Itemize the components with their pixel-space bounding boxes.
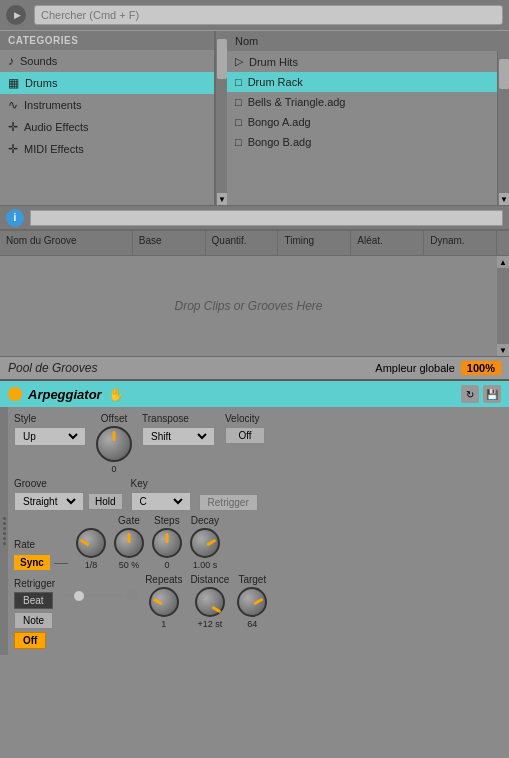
drag-dot <box>3 527 6 530</box>
gate-knob[interactable] <box>114 528 144 558</box>
sidebar-item-label: Audio Effects <box>24 121 89 133</box>
sidebar-item-instruments[interactable]: ∿ Instruments <box>0 94 214 116</box>
key-dropdown[interactable]: CDE <box>136 495 186 508</box>
drum-hits-icon: ▷ <box>235 55 243 68</box>
style-section: Style UpDownUp/Down <box>14 413 86 446</box>
groove-drop-area[interactable]: Drop Clips or Grooves Here <box>0 256 497 356</box>
search-input[interactable] <box>34 5 503 25</box>
velocity-value[interactable]: Off <box>225 427 265 444</box>
drums-icon: ▦ <box>8 76 19 90</box>
status-bar: i <box>0 205 509 229</box>
transpose-select[interactable]: ShiftSemitone <box>142 427 215 446</box>
groove-section: Groove StraightSwing Hold <box>14 478 123 511</box>
drag-handle[interactable] <box>0 407 8 655</box>
list-item-bongo-a[interactable]: □ Bongo A.adg <box>227 112 497 132</box>
sync-row: Sync — <box>14 554 68 570</box>
distance-knob[interactable] <box>195 587 225 617</box>
categories-column: CATEGORIES ♪ Sounds ▦ Drums ∿ Instrument… <box>0 31 215 205</box>
instruments-icon: ∿ <box>8 98 18 112</box>
decay-label: Decay <box>191 515 219 526</box>
arp-body-wrapper: Style UpDownUp/Down Offset 0 Transpose <box>0 407 509 655</box>
list-item-bells[interactable]: □ Bells & Triangle.adg <box>227 92 497 112</box>
sync-section: Rate Sync — <box>14 539 68 570</box>
names-scroll-arrow-down[interactable]: ▼ <box>499 193 509 205</box>
arp-header-icons: ↻ 💾 <box>461 385 501 403</box>
target-label: Target <box>238 574 266 585</box>
bells-icon: □ <box>235 96 242 108</box>
top-bar <box>0 0 509 30</box>
arpeggiator-header: Arpeggiator ✋ ↻ 💾 <box>0 381 509 407</box>
distance-value: +12 st <box>197 619 222 629</box>
off-button[interactable]: Off <box>14 632 46 649</box>
offset-knob[interactable] <box>96 426 132 462</box>
names-scrollbar[interactable]: ▼ <box>497 51 509 205</box>
ampleur-value[interactable]: 100% <box>461 361 501 375</box>
groove-scroll-track <box>497 268 509 344</box>
groove-dropdown[interactable]: StraightSwing <box>19 495 79 508</box>
decay-knob[interactable] <box>190 528 220 558</box>
velocity-label: Velocity <box>225 413 265 424</box>
target-knob[interactable] <box>237 587 267 617</box>
transpose-dropdown[interactable]: ShiftSemitone <box>147 430 210 443</box>
offset-value: 0 <box>111 464 116 474</box>
groove-col-nom: Nom du Groove <box>0 231 133 255</box>
slider-track[interactable] <box>63 594 123 597</box>
repeats-knob[interactable] <box>149 587 179 617</box>
groove-col-base: Base <box>133 231 206 255</box>
groove-pool-title: Pool de Grooves <box>8 361 97 375</box>
categories-scrollbar[interactable]: ▼ <box>215 31 227 205</box>
groove-col-dynam: Dynam. <box>424 231 497 255</box>
arp-row-4: Retrigger Beat Note Off <box>14 574 501 649</box>
groove-col-quantif: Quantif. <box>206 231 279 255</box>
sidebar-item-drums[interactable]: ▦ Drums <box>0 72 214 94</box>
steps-label: Steps <box>154 515 180 526</box>
retrigger-button[interactable]: Retrigger <box>199 494 258 511</box>
style-label: Style <box>14 413 86 424</box>
groove-select[interactable]: StraightSwing <box>14 492 84 511</box>
arp-power-button[interactable] <box>8 387 22 401</box>
gate-value: 50 % <box>119 560 140 570</box>
scroll-arrow-down[interactable]: ▼ <box>217 193 227 205</box>
bongo-a-icon: □ <box>235 116 242 128</box>
arp-refresh-button[interactable]: ↻ <box>461 385 479 403</box>
retrigger-note-item: Note <box>14 612 55 629</box>
categories-scroll-thumb[interactable] <box>217 39 227 79</box>
beat-button[interactable]: Beat <box>14 592 53 609</box>
arp-save-button[interactable]: 💾 <box>483 385 501 403</box>
retrigger-slider[interactable] <box>63 590 137 600</box>
retrigger-beat-item: Beat <box>14 592 55 609</box>
rate-knob[interactable] <box>76 528 106 558</box>
groove-scroll-up[interactable]: ▲ <box>497 256 509 268</box>
steps-knob[interactable] <box>152 528 182 558</box>
style-dropdown[interactable]: UpDownUp/Down <box>19 430 81 443</box>
decay-knob-wrap: Decay 1.00 s <box>190 515 220 570</box>
groove-footer: Pool de Grooves Ampleur globale 100% <box>0 356 509 379</box>
list-item-label: Bongo B.adg <box>248 136 312 148</box>
list-item-label: Drum Hits <box>249 56 298 68</box>
groove-scrollbar[interactable]: ▲ ▼ <box>497 256 509 356</box>
rate-knob-wrap: 1/8 <box>76 528 106 570</box>
sync-button[interactable]: Sync <box>14 555 50 570</box>
drum-rack-icon: □ <box>235 76 242 88</box>
play-button[interactable] <box>6 5 26 25</box>
groove-content-area: Drop Clips or Grooves Here ▲ ▼ <box>0 256 509 356</box>
groove-pool: Nom du Groove Base Quantif. Timing Aléat… <box>0 229 509 379</box>
retrigger-off-item: Off <box>14 632 55 649</box>
groove-drop-text: Drop Clips or Grooves Here <box>174 299 322 313</box>
midi-effects-icon: ✛ <box>8 142 18 156</box>
list-item-drum-rack[interactable]: □ Drum Rack <box>227 72 497 92</box>
names-scroll-wrapper: ▷ Drum Hits □ Drum Rack □ Bells & Triang… <box>227 51 509 205</box>
names-scroll-thumb[interactable] <box>499 59 509 89</box>
list-item-drum-hits[interactable]: ▷ Drum Hits <box>227 51 497 72</box>
groove-scroll-down[interactable]: ▼ <box>497 344 509 356</box>
style-select[interactable]: UpDownUp/Down <box>14 427 86 446</box>
slider-thumb[interactable] <box>73 590 85 602</box>
list-item-bongo-b[interactable]: □ Bongo B.adg <box>227 132 497 152</box>
sounds-icon: ♪ <box>8 54 14 68</box>
sidebar-item-audio-effects[interactable]: ✛ Audio Effects <box>0 116 214 138</box>
sidebar-item-sounds[interactable]: ♪ Sounds <box>0 50 214 72</box>
key-select[interactable]: CDE <box>131 492 191 511</box>
note-button[interactable]: Note <box>14 612 53 629</box>
hold-button[interactable]: Hold <box>88 493 123 510</box>
sidebar-item-midi-effects[interactable]: ✛ MIDI Effects <box>0 138 214 160</box>
